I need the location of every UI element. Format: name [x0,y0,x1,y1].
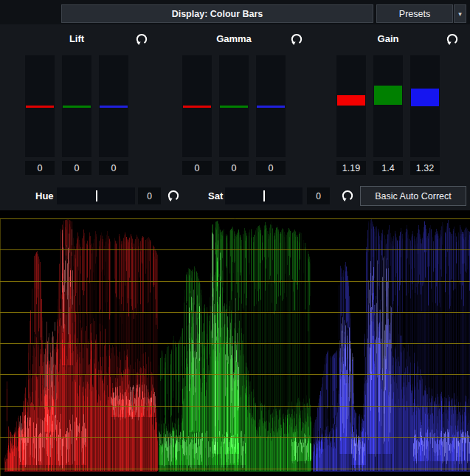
sat-slider[interactable] [225,187,303,204]
gamma-blue-value[interactable]: 0 [256,161,286,175]
presets-button[interactable]: Presets [376,4,453,23]
lift-blue-handle[interactable] [100,106,128,108]
lift-green-slider[interactable] [62,55,91,157]
lift-green-value[interactable]: 0 [62,161,91,175]
gamma-red-handle[interactable] [183,106,211,108]
sat-label: Sat [208,187,223,204]
gain-blue-slider[interactable] [410,55,440,157]
hue-slider[interactable] [57,187,135,204]
lift-red-handle[interactable] [26,106,54,108]
lift-blue-slider[interactable] [99,55,128,157]
waveform-canvas [0,210,470,476]
hue-label: Hue [35,187,54,204]
gamma-reset-icon[interactable] [290,32,303,46]
lift-reset-icon[interactable] [135,32,148,46]
gamma-blue-handle[interactable] [257,106,285,108]
lift-red-value[interactable]: 0 [25,161,55,175]
colour-correction-panel: Display: Colour Bars Presets ▾ Lift 0 0 … [0,0,470,476]
gamma-blue-slider[interactable] [256,55,286,157]
presets-dropdown-arrow-icon[interactable]: ▾ [454,4,466,23]
sat-slider-cursor[interactable] [263,190,265,201]
gamma-red-value[interactable]: 0 [182,161,212,175]
hue-slider-cursor[interactable] [96,190,97,201]
sat-value[interactable]: 0 [307,187,330,204]
gain-section-label: Gain [336,33,440,46]
lift-section-label: Lift [25,33,128,46]
gain-green-slider[interactable] [373,55,403,157]
gain-green-value[interactable]: 1.4 [373,161,403,175]
gamma-green-slider[interactable] [219,55,249,157]
gamma-green-handle[interactable] [220,106,248,108]
gain-reset-icon[interactable] [446,32,459,46]
lift-red-slider[interactable] [25,55,55,157]
lift-green-handle[interactable] [63,106,91,108]
gain-blue-value[interactable]: 1.32 [410,161,440,175]
gamma-red-slider[interactable] [182,55,212,157]
hue-value[interactable]: 0 [138,187,161,204]
basic-auto-correct-button[interactable]: Basic Auto Correct [360,186,466,206]
sat-reset-icon[interactable] [341,189,354,202]
gamma-section-label: Gamma [182,33,286,46]
gain-red-value[interactable]: 1.19 [336,161,366,175]
gamma-green-value[interactable]: 0 [219,161,249,175]
hue-reset-icon[interactable] [167,189,180,202]
gain-blue-handle[interactable] [411,89,439,106]
gain-red-slider[interactable] [336,55,366,157]
gain-green-handle[interactable] [374,86,402,105]
header-bar: Display: Colour Bars Presets ▾ [0,0,470,24]
lift-blue-value[interactable]: 0 [99,161,128,175]
gain-red-handle[interactable] [337,95,365,106]
display-mode-button[interactable]: Display: Colour Bars [61,4,373,23]
